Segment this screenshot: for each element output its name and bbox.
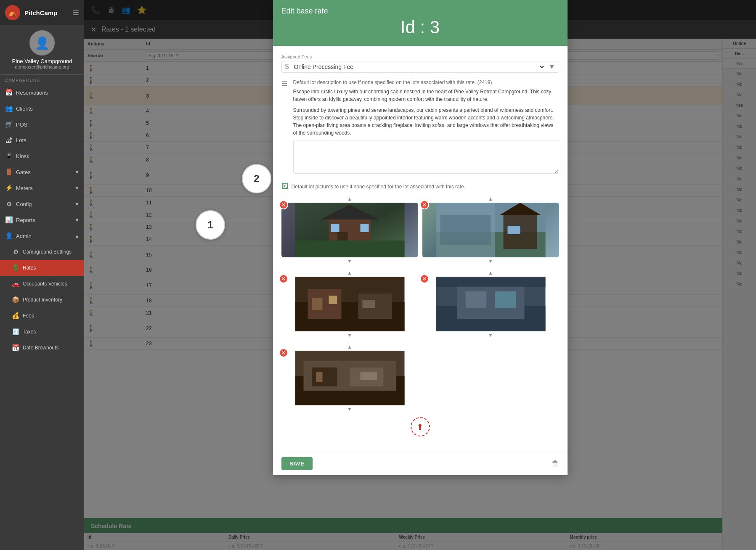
pic-item-4: ▲ bbox=[422, 269, 559, 339]
inventory-icon: 📦 bbox=[12, 296, 19, 304]
pic-remove-btn-1[interactable]: ✕ bbox=[279, 200, 288, 209]
sidebar-item-label: Taxes bbox=[23, 329, 36, 335]
sidebar-item-label: Gates bbox=[16, 169, 31, 175]
user-profile: 👤 Pine Valley Campground demouser@pitchc… bbox=[0, 25, 84, 75]
sidebar-item-label: Fees bbox=[23, 313, 34, 319]
main-area: 📞 🖥 👥 ⭐ ✕ Rates - 1 selected Actions Id … bbox=[84, 0, 756, 550]
svg-rect-5 bbox=[360, 224, 369, 232]
arrow-up-3[interactable]: ▲ bbox=[281, 269, 418, 277]
sidebar-item-admin[interactable]: 👤 Admin ▲ bbox=[0, 228, 84, 244]
sidebar-item-fees[interactable]: 💰 Fees bbox=[0, 308, 84, 324]
modal-body: Assigned Fees $ Online Processing Fee ▼ … bbox=[273, 46, 568, 452]
description-icon: ☰ bbox=[281, 79, 287, 87]
sidebar-item-label: Admin bbox=[16, 233, 32, 239]
arrow-up-1[interactable]: ▲ bbox=[281, 195, 418, 203]
arrow-down-3[interactable]: ▼ bbox=[281, 331, 418, 339]
chevron-down-icon: ▲ bbox=[75, 234, 79, 238]
sidebar-item-pos[interactable]: 🛒 POS bbox=[0, 116, 84, 132]
sidebar-item-reports[interactable]: 📊 Reports ▼ bbox=[0, 212, 84, 228]
arrow-up-4[interactable]: ▲ bbox=[422, 269, 559, 277]
svg-rect-18 bbox=[312, 298, 322, 310]
svg-rect-30 bbox=[312, 368, 337, 386]
svg-rect-4 bbox=[331, 224, 339, 232]
campground-settings-icon: ⚙ bbox=[12, 248, 19, 256]
sidebar-item-clients[interactable]: 👥 Clients bbox=[0, 100, 84, 116]
sidebar-item-lots[interactable]: 🏕 Lots bbox=[0, 132, 84, 148]
desc-text2: Surrounded by towering pines and serene … bbox=[293, 106, 559, 137]
reservations-icon: 📅 bbox=[5, 89, 13, 96]
arrow-up-2[interactable]: ▲ bbox=[422, 195, 559, 203]
desc-text1: Escape into rustic luxury with our charm… bbox=[293, 88, 559, 103]
pic-remove-btn-4[interactable]: ✕ bbox=[420, 274, 429, 283]
chevron-down-icon: ▼ bbox=[75, 170, 79, 175]
arrow-down-4[interactable]: ▼ bbox=[422, 331, 559, 339]
pic-image-1 bbox=[281, 203, 418, 257]
sidebar-item-label: Occupants Vehicles bbox=[23, 281, 67, 287]
pics-label: 🖼 Default lot pictures to use if none sp… bbox=[281, 182, 559, 191]
fees-label: Assigned Fees bbox=[281, 54, 559, 59]
sidebar-item-label: Campground Settings bbox=[23, 249, 72, 255]
arrow-down-2[interactable]: ▼ bbox=[422, 257, 559, 265]
sidebar-item-label: Date Brownouts bbox=[23, 345, 58, 351]
sidebar-item-campground-settings[interactable]: ⚙ Campground Settings bbox=[0, 244, 84, 260]
reports-icon: 📊 bbox=[5, 216, 13, 224]
pic-item-3: ▲ bbox=[281, 269, 418, 339]
sidebar-item-label: Kiosk bbox=[16, 153, 29, 159]
sidebar-item-label: Clients bbox=[16, 106, 33, 112]
svg-rect-25 bbox=[495, 291, 516, 308]
sidebar-item-label: Product Inventory bbox=[23, 297, 62, 303]
sidebar-item-label: Meters bbox=[16, 185, 33, 191]
sidebar-item-config[interactable]: ⚙ Config ▼ bbox=[0, 196, 84, 212]
sidebar-item-occupants-vehicles[interactable]: 🚗 Occupants Vehicles bbox=[0, 276, 84, 292]
pic-image-2 bbox=[422, 203, 559, 257]
pic-placeholder-6 bbox=[422, 343, 559, 412]
upload-button[interactable]: ⬆ bbox=[411, 417, 430, 436]
arrow-down-5[interactable]: ▼ bbox=[281, 405, 418, 413]
sidebar-item-label: POS bbox=[16, 122, 27, 128]
pictures-section: 🖼 Default lot pictures to use if none sp… bbox=[281, 182, 559, 436]
sidebar-item-date-brownouts[interactable]: 📆 Date Brownouts bbox=[0, 340, 84, 356]
pic-image-4 bbox=[422, 277, 559, 331]
vehicles-icon: 🚗 bbox=[12, 280, 19, 288]
hamburger-icon[interactable]: ☰ bbox=[72, 8, 79, 17]
modal-footer: SAVE 🗑 bbox=[273, 452, 568, 475]
sidebar-item-rates[interactable]: 💲 Rates bbox=[0, 260, 84, 276]
brownouts-icon: 📆 bbox=[12, 344, 19, 352]
arrow-up-5[interactable]: ▲ bbox=[281, 343, 418, 351]
sidebar-item-meters[interactable]: ⚡ Meters ▼ bbox=[0, 180, 84, 196]
svg-rect-6 bbox=[295, 241, 404, 257]
save-button[interactable]: SAVE bbox=[281, 457, 313, 470]
fees-icon: 💰 bbox=[12, 312, 19, 320]
arrow-down-1[interactable]: ▼ bbox=[281, 257, 418, 265]
modal-header: Edit base rate Id : 3 bbox=[273, 0, 568, 46]
pic-remove-btn-3[interactable]: ✕ bbox=[279, 274, 288, 283]
chevron-down-icon: ▼ bbox=[75, 202, 79, 206]
clients-icon: 👥 bbox=[5, 105, 13, 112]
pic-item-5: ▲ bbox=[281, 343, 418, 413]
fees-select[interactable]: Online Processing Fee bbox=[292, 63, 545, 71]
sidebar-item-taxes[interactable]: 🧾 Taxes bbox=[0, 324, 84, 340]
annotation-circle-2: 2 bbox=[242, 164, 271, 193]
fees-row: $ Online Processing Fee ▼ bbox=[281, 61, 559, 73]
svg-rect-19 bbox=[329, 296, 337, 304]
sidebar-item-label: Reports bbox=[16, 217, 35, 223]
username: Pine Valley Campground bbox=[5, 58, 79, 64]
sidebar-item-reservations[interactable]: 📅 Reservations bbox=[0, 85, 84, 100]
pic-image-5 bbox=[281, 351, 418, 405]
delete-button[interactable]: 🗑 bbox=[552, 459, 559, 468]
desc-textarea[interactable] bbox=[293, 140, 559, 174]
pics-grid: ▲ bbox=[281, 195, 559, 339]
user-email: demouser@pitchcamp.org bbox=[5, 64, 79, 69]
section-label: CAMPGROUND bbox=[0, 75, 84, 85]
pic-remove-btn-5[interactable]: ✕ bbox=[279, 348, 288, 357]
svg-rect-24 bbox=[465, 291, 486, 308]
sidebar-item-product-inventory[interactable]: 📦 Product Inventory bbox=[0, 292, 84, 308]
description-section: ☰ Default lot description to use if none… bbox=[281, 79, 559, 175]
sidebar-item-kiosk[interactable]: 📱 Kiosk bbox=[0, 148, 84, 164]
meters-icon: ⚡ bbox=[5, 184, 13, 192]
sidebar-item-label: Reservations bbox=[16, 90, 48, 96]
sidebar-item-gates[interactable]: 🚪 Gates ▼ bbox=[0, 164, 84, 180]
pic-remove-btn-2[interactable]: ✕ bbox=[420, 200, 429, 209]
image-icon: 🖼 bbox=[281, 182, 289, 191]
app-logo: ⛺ bbox=[5, 5, 20, 20]
